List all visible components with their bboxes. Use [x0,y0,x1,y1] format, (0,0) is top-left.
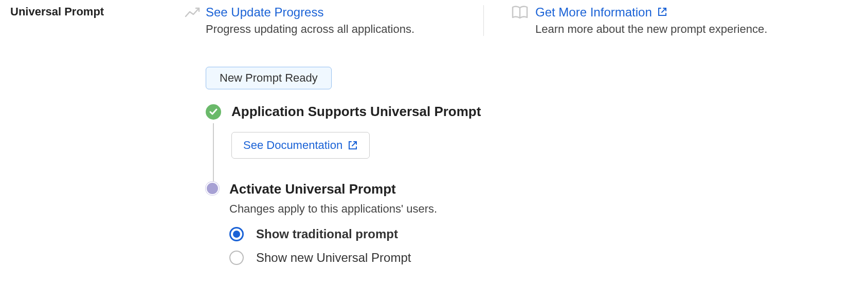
step-supports-prompt: Application Supports Universal Prompt [206,104,858,120]
more-info-desc: Learn more about the new prompt experien… [535,23,858,36]
section-title: Universal Prompt [10,5,104,18]
body-left-spacer [10,36,206,265]
radio-traditional-prompt[interactable]: Show traditional prompt [229,227,858,241]
radio-traditional-label: Show traditional prompt [256,227,398,241]
radio-universal-prompt[interactable]: Show new Universal Prompt [229,251,858,265]
body-row: New Prompt Ready Application Supports Un… [10,36,858,265]
get-more-info-text: Get More Information [535,5,652,19]
trend-icon [180,5,206,18]
prompt-radio-group: Show traditional prompt Show new Univers… [229,227,858,265]
step-connector [213,123,214,190]
see-update-progress-link[interactable]: See Update Progress [206,5,323,19]
radio-selected-icon [229,227,244,241]
step2-content: Activate Universal Prompt Changes apply … [229,181,858,265]
update-progress-block: See Update Progress Progress updating ac… [206,5,483,36]
more-info-block: Get More Information Learn more about th… [535,5,858,36]
see-documentation-button[interactable]: See Documentation [231,132,370,159]
external-link-icon [348,140,358,150]
header-row: Universal Prompt See Update Progress Pro… [10,5,858,36]
radio-unselected-icon [229,251,244,265]
update-progress-desc: Progress updating across all application… [206,23,483,36]
radio-universal-label: Show new Universal Prompt [256,251,411,265]
vertical-divider [483,5,484,36]
step1-content: Application Supports Universal Prompt [231,104,858,120]
step1-title: Application Supports Universal Prompt [231,104,858,120]
new-prompt-ready-badge: New Prompt Ready [206,67,332,89]
check-icon [206,104,221,120]
body-main: New Prompt Ready Application Supports Un… [206,36,858,265]
see-documentation-label: See Documentation [243,139,342,152]
external-link-icon [657,7,667,17]
get-more-info-link[interactable]: Get More Information [535,5,667,19]
step2-desc: Changes apply to this applications' user… [229,202,858,216]
section-label-col: Universal Prompt [10,5,180,18]
step-activate-prompt: Activate Universal Prompt Changes apply … [206,181,858,265]
step-dot-icon [206,182,219,195]
book-icon [504,5,535,20]
step2-title: Activate Universal Prompt [229,181,858,197]
